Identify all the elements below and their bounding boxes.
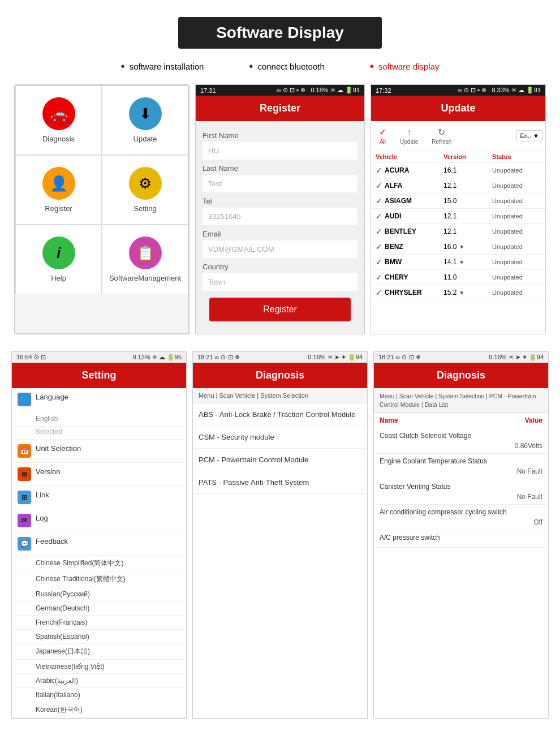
version-cell: 16.0 ▼ — [443, 243, 492, 251]
setting-item-version[interactable]: ⊞ Version — [12, 463, 186, 486]
setting-item-feedback[interactable]: 💬 Feedback — [12, 532, 186, 556]
data-item-value: No Fault — [380, 467, 542, 475]
update-row: ✓ CHERY 11.0 Unupdated — [371, 270, 545, 285]
version-dropdown-icon[interactable]: ▼ — [459, 244, 464, 250]
register-label: Register — [45, 204, 72, 213]
unit-selection-icon: 📅 — [18, 444, 31, 458]
bullet-dot-2: • — [249, 60, 253, 73]
language-option[interactable]: German(Deutsch) — [12, 601, 186, 616]
setting-item-language[interactable]: 🌐 Language — [12, 388, 186, 411]
register-button[interactable]: Register — [209, 298, 351, 321]
version-cell: 14.1 ▼ — [443, 258, 492, 266]
status-cell: Unupdated — [492, 274, 541, 281]
help-label: Help — [51, 274, 66, 282]
selected-language: English — [12, 411, 186, 427]
data-items: Coast Clutch Solenoid Voltage 0.86Volts … — [374, 428, 548, 548]
tab-all[interactable]: ✓ All — [373, 124, 392, 147]
status-cell: Unupdated — [492, 213, 541, 220]
status-cell: Unupdated — [492, 259, 541, 265]
setting-item-unit-selection[interactable]: 📅 Unit Selection — [12, 440, 186, 463]
version-number: 12.1 — [443, 227, 456, 235]
diagnosis-system-item[interactable]: CSM - Security module — [193, 426, 367, 449]
language-option[interactable]: Japanese(日本語) — [12, 644, 186, 660]
vehicle-name: ASIAGM — [385, 197, 412, 205]
setting-status-bar: 16:54 ⊙ ⊡ 0.13% ✳ ☁ 🔋95 — [12, 352, 186, 363]
status-time: 17:31 — [200, 87, 216, 94]
vehicle-name: CHRYSLER — [385, 289, 422, 296]
diag1-breadcrumb: Menu | Scan Vehicle | System Selection — [193, 388, 367, 403]
version-number: 11.0 — [443, 273, 456, 281]
diagnosis-system-item[interactable]: ABS - Anti-Lock Brake / Traction Control… — [193, 403, 367, 426]
row-check-icon: ✓ — [376, 181, 382, 190]
link-icon: ⊞ — [18, 491, 31, 504]
update-row: ✓ ACURA 16.1 Unupdated — [371, 163, 545, 178]
language-option[interactable]: French(Français) — [12, 616, 186, 630]
menu-item-setting[interactable]: ⚙ Setting — [102, 155, 188, 225]
language-option[interactable]: Korean(한국어) — [12, 702, 186, 718]
menu-item-update[interactable]: ⬇ Update — [102, 85, 188, 155]
log-setting-label: Log — [36, 514, 180, 522]
tel-input[interactable]: 33251645 — [203, 208, 357, 225]
row-check-icon: ✓ — [376, 166, 382, 175]
diagnosis-system-item[interactable]: PATS - Passive Anti-Theft System — [193, 471, 367, 494]
bullet-label-3: software display — [378, 62, 440, 71]
update-row: ✓ BENZ 16.0 ▼ Unupdated — [371, 239, 545, 255]
vehicle-name: BMW — [385, 258, 402, 266]
language-option[interactable]: Vietnamese(tiếng Việt) — [12, 660, 186, 674]
town-input[interactable]: Town — [203, 273, 357, 291]
menu-item-software-mgmt[interactable]: 📋 SoftwareManagement — [102, 225, 188, 294]
update-arrow-icon: ↑ — [407, 127, 411, 137]
help-icon: i — [42, 237, 75, 269]
setting-item-log[interactable]: ✉ Log — [12, 509, 186, 532]
diag1-status-left: 18:21 ∞ ⊙ ⊡ ❄ — [197, 354, 240, 361]
language-option[interactable]: Arabic(العربية) — [12, 674, 186, 688]
version-number: 15.2 — [443, 289, 456, 296]
first-name-label: First Name — [203, 131, 357, 140]
screens-row-top: 🚗 Diagnosis ⬇ Update 👤 Register ⚙ Settin… — [0, 84, 560, 334]
language-icon: 🌐 — [18, 393, 31, 406]
menu-item-diagnosis[interactable]: 🚗 Diagnosis — [15, 85, 102, 155]
update-status-bar: 17:32 ∞ ⊙ ⊡ ▪ ❄ 8.33% ✳ ☁ 🔋91 — [371, 85, 545, 96]
tab-update[interactable]: ↑ Update — [394, 125, 424, 147]
language-option[interactable]: Russian(Русский) — [12, 587, 186, 601]
language-option[interactable]: Chinese Traditional(繁體中文) — [12, 571, 186, 587]
version-icon: ⊞ — [18, 467, 31, 481]
email-input[interactable]: VDM@GMAIL.COM — [203, 240, 357, 258]
row-check-icon: ✓ — [376, 227, 382, 236]
update-row: ✓ BENTLEY 12.1 Unupdated — [371, 224, 545, 239]
menu-item-register[interactable]: 👤 Register — [15, 155, 102, 225]
update-header: Update — [371, 96, 545, 121]
language-selector[interactable]: En.. ▼ — [516, 130, 543, 141]
data-list-item: Coast Clutch Solenoid Voltage 0.86Volts — [374, 428, 548, 454]
status-cell: Unupdated — [492, 243, 541, 250]
version-number: 12.1 — [443, 212, 456, 220]
last-name-label: Last Name — [203, 164, 357, 173]
tab-refresh[interactable]: ↻ Refresh — [426, 124, 457, 147]
version-cell: 15.0 — [443, 197, 492, 205]
menu-item-help[interactable]: i Help — [15, 225, 102, 294]
version-dropdown-icon[interactable]: ▼ — [459, 259, 464, 265]
bullet-list: • software installation • connect blueto… — [0, 60, 560, 73]
data-name-col-header: Name — [380, 416, 398, 424]
diag1-status-right: 0.16% ✳ ➤ ✦ 🔋94 — [308, 354, 363, 361]
data-item-value: Off — [380, 518, 542, 526]
update-icon: ⬇ — [129, 97, 162, 130]
diagnosis-system-item[interactable]: PCM - Powertrain Control Module — [193, 449, 367, 471]
version-number: 16.1 — [443, 166, 456, 174]
language-option[interactable]: Spanish(Español) — [12, 630, 186, 644]
first-name-input[interactable]: HU — [203, 142, 357, 160]
vehicle-name: AUDI — [385, 212, 401, 220]
data-item-name: A/C pressure switch — [380, 534, 542, 541]
screen-register: 17:31 ∞ ⊙ ⊡ ▪ ❄ 0.18% ✳ ☁ 🔋91 Register F… — [195, 84, 365, 334]
language-option[interactable]: Chinese Simplified(简体中文) — [12, 556, 186, 571]
language-option[interactable]: Italian(Italiano) — [12, 688, 186, 702]
lang-label: En.. — [520, 132, 532, 139]
vehicle-name: BENTLEY — [385, 227, 416, 235]
setting-status-left: 16:54 ⊙ ⊡ — [16, 354, 46, 361]
update-rows: ✓ ACURA 16.1 Unupdated ✓ ALFA 12.1 Unupd… — [371, 163, 545, 300]
bullet-dot-3: • — [370, 60, 374, 73]
version-dropdown-icon[interactable]: ▼ — [459, 290, 464, 296]
version-cell: 12.1 — [443, 182, 492, 190]
last-name-input[interactable]: Test — [203, 175, 357, 192]
setting-item-link[interactable]: ⊞ Link — [12, 486, 186, 509]
